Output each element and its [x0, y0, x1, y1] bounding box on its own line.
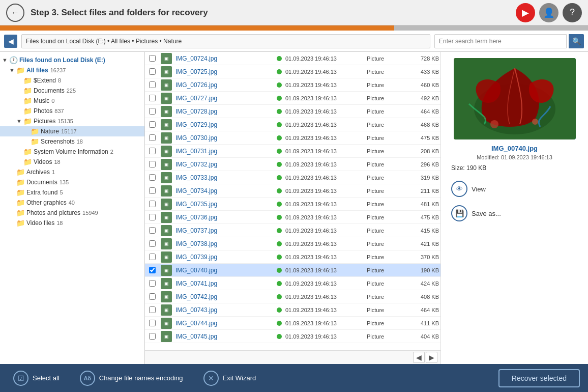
tree-toggle[interactable]: ▼: [2, 57, 9, 63]
sidebar-item-screenshots[interactable]: 📁 Screenshots 18: [0, 136, 144, 147]
table-row[interactable]: ▣IMG_00739.jpg01.09.2023 19:46:13Picture…: [145, 250, 440, 264]
table-row[interactable]: ▣IMG_00729.jpg01.09.2023 19:46:13Picture…: [145, 118, 440, 131]
sidebar-item-allfiles[interactable]: ▼ 📁 All files 16237: [0, 65, 144, 75]
sidebar-item-nature[interactable]: 📁 Nature 15117: [0, 126, 144, 136]
user-button[interactable]: 👤: [539, 3, 558, 22]
table-row[interactable]: ▣IMG_00741.jpg01.09.2023 19:46:13Picture…: [145, 277, 440, 290]
table-row[interactable]: ▣IMG_00734.jpg01.09.2023 19:46:13Picture…: [145, 184, 440, 198]
search-button[interactable]: 🔍: [569, 34, 584, 48]
file-date: 01.09.2023 19:46:13: [283, 148, 365, 154]
file-thumbnail: ▣: [161, 106, 172, 117]
file-checkbox[interactable]: [149, 174, 156, 181]
table-row[interactable]: ▣IMG_00727.jpg01.09.2023 19:46:13Picture…: [145, 92, 440, 105]
table-row[interactable]: ▣IMG_00744.jpg01.09.2023 19:46:13Picture…: [145, 317, 440, 330]
table-row[interactable]: ▣IMG_00730.jpg01.09.2023 19:46:13Picture…: [145, 131, 440, 145]
nav-left-button[interactable]: ◀: [4, 35, 17, 48]
tree-toggle[interactable]: ▼: [16, 118, 23, 124]
table-row[interactable]: ▣IMG_00742.jpg01.09.2023 19:46:13Picture…: [145, 290, 440, 303]
file-checkbox[interactable]: [149, 201, 156, 207]
file-checkbox[interactable]: [149, 280, 156, 287]
sidebar-item-extend[interactable]: 📁 $Extend 8: [0, 75, 144, 86]
sidebar-item-photospictures[interactable]: 📁 Photos and pictures 15949: [0, 208, 144, 218]
file-type: Picture: [365, 228, 405, 234]
sidebar-item-label: Nature: [41, 128, 59, 135]
recover-selected-button[interactable]: Recover selected: [498, 369, 580, 387]
folder-icon: 📁: [23, 107, 32, 115]
sidebar-item-photos[interactable]: 📁 Photos 837: [0, 106, 144, 116]
file-checkbox[interactable]: [149, 240, 156, 247]
table-row[interactable]: ▣IMG_00738.jpg01.09.2023 19:46:13Picture…: [145, 237, 440, 250]
sidebar-item-count: 40: [69, 200, 75, 206]
file-checkbox[interactable]: [149, 320, 156, 326]
table-row[interactable]: ▣IMG_00743.jpg01.09.2023 19:46:13Picture…: [145, 303, 440, 317]
page-next-button[interactable]: ▶: [426, 352, 437, 363]
file-checkbox[interactable]: [149, 148, 156, 154]
page-prev-button[interactable]: ◀: [413, 352, 425, 363]
folder-icon: 📁: [23, 117, 32, 125]
file-checkbox[interactable]: [149, 306, 156, 313]
sidebar-item-pictures[interactable]: ▼ 📁 Pictures 15135: [0, 116, 144, 126]
sidebar-item-othergraphics[interactable]: 📁 Other graphics 40: [0, 198, 144, 208]
file-checkbox[interactable]: [149, 81, 156, 88]
tree-toggle: [16, 77, 23, 83]
folder-icon: 📁: [23, 148, 32, 156]
folder-icon: 📁: [23, 76, 32, 85]
search-input[interactable]: [434, 34, 567, 48]
file-checkbox[interactable]: [149, 55, 156, 62]
file-checkbox[interactable]: [149, 187, 156, 194]
sidebar-item-archives[interactable]: 📁 Archives 1: [0, 167, 144, 177]
select-all-button[interactable]: ☑ Select all: [8, 367, 65, 390]
change-encoding-button[interactable]: Aö Change file names encoding: [75, 367, 188, 390]
table-row[interactable]: ▣IMG_00724.jpg01.09.2023 19:46:13Picture…: [145, 52, 440, 65]
file-checkbox[interactable]: [149, 108, 156, 115]
file-checkbox[interactable]: [149, 214, 156, 220]
sidebar-item-videos[interactable]: 📁 Videos 18: [0, 157, 144, 167]
table-row[interactable]: ▣IMG_00737.jpg01.09.2023 19:46:13Picture…: [145, 224, 440, 237]
file-checkbox[interactable]: [149, 254, 156, 260]
sidebar-item-extrafound[interactable]: 📁 Extra found 5: [0, 187, 144, 198]
sidebar-item-count: 18: [56, 220, 63, 226]
file-type: Picture: [365, 188, 405, 194]
table-row[interactable]: ▣IMG_00733.jpg01.09.2023 19:46:13Picture…: [145, 171, 440, 184]
folder-icon: 📁: [16, 66, 25, 74]
sidebar-item-root[interactable]: ▼ 🕐 Files found on Local Disk (E:): [0, 55, 144, 65]
exit-wizard-button[interactable]: ✕ Exit Wizard: [198, 367, 261, 390]
sidebar-item-label: Documents: [34, 87, 65, 94]
file-checkbox[interactable]: [149, 161, 156, 167]
file-checkbox[interactable]: [149, 95, 156, 101]
file-checkbox[interactable]: [149, 267, 156, 273]
file-checkbox[interactable]: [149, 134, 156, 141]
file-type: Picture: [365, 148, 405, 154]
status-dot: [277, 162, 282, 167]
sidebar-item-sysvolinfo[interactable]: 📁 System Volume Information 2: [0, 147, 144, 157]
table-row[interactable]: ▣IMG_00731.jpg01.09.2023 19:46:13Picture…: [145, 145, 440, 158]
file-checkbox[interactable]: [149, 121, 156, 128]
sidebar-item-music[interactable]: 📁 Music 0: [0, 96, 144, 106]
file-checkbox[interactable]: [149, 293, 156, 300]
table-row[interactable]: ▣IMG_00745.jpg01.09.2023 19:46:13Picture…: [145, 330, 440, 343]
table-row[interactable]: ▣IMG_00740.jpg01.09.2023 19:46:13Picture…: [145, 264, 440, 277]
table-row[interactable]: ▣IMG_00728.jpg01.09.2023 19:46:13Picture…: [145, 105, 440, 118]
progress-bar: [0, 25, 588, 31]
save-as-button[interactable]: 💾 Save as...: [451, 203, 578, 223]
file-checkbox[interactable]: [149, 68, 156, 75]
table-row[interactable]: ▣IMG_00735.jpg01.09.2023 19:46:13Picture…: [145, 198, 440, 211]
sidebar-item-videofiles[interactable]: 📁 Video files 18: [0, 218, 144, 228]
file-type: Picture: [365, 281, 405, 287]
youtube-button[interactable]: ▶: [516, 3, 535, 22]
table-row[interactable]: ▣IMG_00726.jpg01.09.2023 19:46:13Picture…: [145, 78, 440, 92]
file-checkbox[interactable]: [149, 333, 156, 340]
encoding-icon: Aö: [80, 371, 95, 386]
sidebar-item-documents-top[interactable]: 📁 Documents 135: [0, 177, 144, 187]
tree-toggle: [23, 128, 31, 134]
table-row[interactable]: ▣IMG_00736.jpg01.09.2023 19:46:13Picture…: [145, 211, 440, 224]
table-row[interactable]: ▣IMG_00732.jpg01.09.2023 19:46:13Picture…: [145, 158, 440, 171]
back-button[interactable]: ←: [6, 4, 24, 22]
table-row[interactable]: ▣IMG_00725.jpg01.09.2023 19:46:13Picture…: [145, 65, 440, 78]
view-button[interactable]: 👁 View: [451, 179, 578, 199]
help-button[interactable]: ?: [563, 3, 582, 22]
file-checkbox[interactable]: [149, 227, 156, 234]
file-date: 01.09.2023 19:46:13: [283, 320, 365, 326]
tree-toggle[interactable]: ▼: [9, 67, 16, 73]
sidebar-item-documents[interactable]: 📁 Documents 225: [0, 86, 144, 96]
